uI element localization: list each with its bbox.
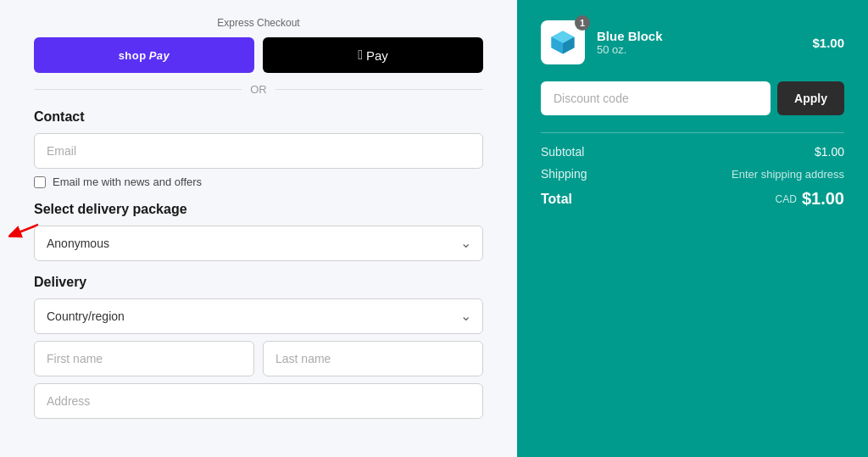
- shipping-value: Enter shipping address: [732, 168, 844, 181]
- apply-discount-button[interactable]: Apply: [777, 81, 844, 115]
- last-name-input[interactable]: [263, 341, 483, 376]
- total-label: Total: [541, 192, 572, 207]
- delivery-package-select-wrapper: Anonymous: [34, 226, 483, 261]
- product-row: 1 Blue Block 50 oz. $1.00: [541, 20, 844, 64]
- delivery-title: Delivery: [34, 275, 483, 290]
- product-info: Blue Block 50 oz.: [597, 29, 800, 56]
- blue-block-icon: [548, 27, 578, 58]
- total-currency: CAD: [776, 193, 797, 205]
- subtotal-row: Subtotal $1.00: [541, 145, 844, 159]
- total-row: Total CAD $1.00: [541, 189, 844, 209]
- country-select-wrapper: Country/region: [34, 298, 483, 334]
- or-text: OR: [250, 83, 267, 96]
- contact-title: Contact: [34, 109, 483, 125]
- total-amount: $1.00: [802, 189, 844, 209]
- subtotal-value: $1.00: [815, 145, 844, 159]
- apple-logo-icon: : [358, 47, 363, 63]
- discount-row: Apply: [541, 81, 844, 115]
- product-name: Blue Block: [597, 29, 800, 43]
- apple-pay-button[interactable]:  Pay: [263, 37, 483, 73]
- shop-pay-icon: shopPay: [119, 49, 170, 62]
- contact-section: Contact Email me with news and offers: [34, 109, 483, 188]
- express-checkout-label: Express Checkout: [34, 17, 483, 29]
- country-select[interactable]: Country/region: [34, 298, 483, 334]
- product-price: $1.00: [812, 36, 844, 50]
- shop-pay-button[interactable]: shopPay: [34, 37, 254, 73]
- product-image-wrapper: 1: [541, 20, 585, 64]
- delivery-package-select[interactable]: Anonymous: [34, 226, 483, 261]
- first-name-input[interactable]: [34, 341, 254, 376]
- or-divider: OR: [34, 83, 483, 96]
- subtotal-label: Subtotal: [541, 145, 584, 159]
- newsletter-label: Email me with news and offers: [53, 176, 202, 188]
- order-summary: Subtotal $1.00 Shipping Enter shipping a…: [541, 132, 844, 209]
- apple-pay-label: Pay: [366, 48, 388, 63]
- left-panel: Express Checkout shopPay  Pay OR Contac…: [0, 0, 517, 457]
- email-input[interactable]: [34, 133, 483, 169]
- delivery-package-title: Select delivery package: [34, 202, 483, 217]
- product-description: 50 oz.: [597, 43, 800, 56]
- shipping-row: Shipping Enter shipping address: [541, 167, 844, 181]
- product-quantity-badge: 1: [575, 15, 590, 31]
- delivery-package-section: Select delivery package Anonymous: [34, 202, 483, 261]
- shipping-label: Shipping: [541, 167, 587, 181]
- newsletter-checkbox[interactable]: [34, 176, 46, 188]
- delivery-section: Delivery Country/region: [34, 275, 483, 426]
- total-value-group: CAD $1.00: [776, 189, 844, 209]
- address-input[interactable]: [34, 383, 483, 419]
- name-row: [34, 341, 483, 376]
- newsletter-row: Email me with news and offers: [34, 176, 483, 188]
- discount-code-input[interactable]: [541, 81, 771, 115]
- express-buttons: shopPay  Pay: [34, 37, 483, 73]
- right-panel: 1 Blue Block 50 oz. $1.00 Apply Subtotal…: [517, 0, 868, 457]
